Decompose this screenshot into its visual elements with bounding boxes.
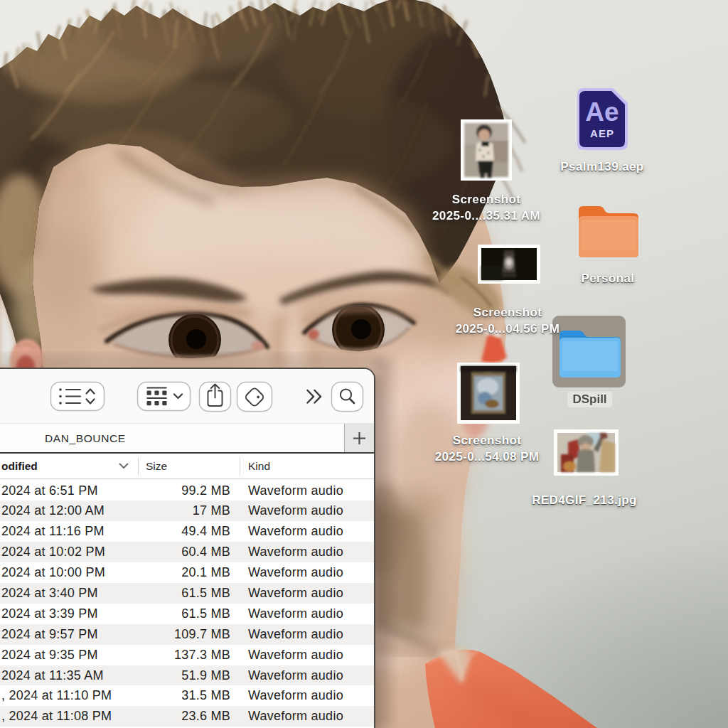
svg-text:AEP: AEP <box>590 127 614 139</box>
svg-text:Ae: Ae <box>585 97 619 127</box>
